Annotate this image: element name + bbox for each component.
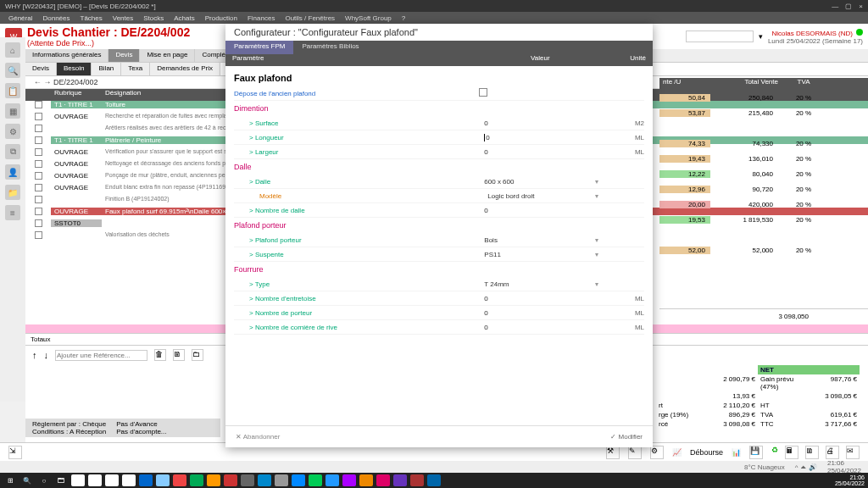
recycle-icon[interactable]: ♻ [771, 446, 778, 459]
subtab-4[interactable]: Demandes de Prix [150, 63, 220, 75]
row-checkbox[interactable] [35, 208, 42, 215]
menu-données[interactable]: Données [42, 14, 70, 22]
menu-outils / fenêtres[interactable]: Outils / Fenêtres [285, 14, 335, 22]
taskbar-item-18[interactable] [309, 474, 322, 486]
arrow-down-icon[interactable]: ↓ [44, 350, 49, 360]
param-row[interactable]: > TypeT 24mm [234, 277, 644, 291]
taskbar-item-21[interactable] [359, 474, 373, 486]
save-icon[interactable]: 💾 [749, 446, 763, 459]
subtab-3[interactable]: Texa [121, 63, 150, 75]
modal-tab-1[interactable]: Paramètres Biblios [293, 41, 367, 54]
taskbar-item-13[interactable] [224, 474, 237, 486]
modal-body[interactable]: Faux plafondDépose de l'ancien plafondDi… [225, 66, 653, 425]
arrow-up-icon[interactable]: ↑ [32, 350, 37, 360]
user-icon[interactable]: 👤 [5, 164, 20, 180]
doc-icon[interactable]: 🗎 [805, 446, 819, 459]
ok-button[interactable]: ✓ Modifier [610, 433, 643, 441]
tab-0[interactable]: Informations générales [25, 49, 108, 62]
subtab-0[interactable]: Devis [25, 63, 57, 75]
taskbar-clock[interactable]: 21:0625/04/2022 [835, 474, 865, 486]
row-checkbox[interactable] [35, 231, 42, 239]
menu-général[interactable]: Général [8, 14, 32, 22]
param-row[interactable]: > Nombre d'entretoise0ML [234, 291, 644, 306]
archive-icon[interactable]: 🗀 [192, 349, 203, 361]
delete-icon[interactable]: 🗑 [154, 349, 166, 361]
row-checkbox[interactable] [35, 113, 42, 120]
taskbar-item-20[interactable] [342, 474, 356, 486]
gear-icon[interactable]: ⚙ [5, 124, 20, 139]
menu-achats[interactable]: Achats [174, 14, 194, 22]
taskbar-item-6[interactable] [105, 474, 119, 486]
taskbar-item-16[interactable] [275, 474, 288, 486]
copy-icon[interactable]: ⧉ [5, 144, 20, 159]
list-icon[interactable]: ≡ [5, 205, 20, 220]
taskbar-item-5[interactable] [88, 474, 102, 486]
taskbar-item-17[interactable] [292, 474, 305, 486]
taskbar-item-15[interactable] [258, 474, 271, 486]
clipboard-icon[interactable]: 📋 [5, 83, 20, 98]
taskbar-item-0[interactable]: ⊞ [3, 474, 17, 486]
taskbar-item-1[interactable]: 🔍 [20, 474, 34, 486]
search-icon[interactable]: 🔍 [5, 63, 20, 78]
maximize-icon[interactable]: ▢ [845, 3, 852, 10]
taskbar-item-7[interactable] [122, 474, 136, 486]
row-checkbox[interactable] [35, 172, 42, 180]
taskbar-item-19[interactable] [326, 474, 339, 486]
tab-2[interactable]: Mise en page [140, 49, 195, 62]
header-search-input[interactable] [686, 30, 754, 42]
tab-1[interactable]: Devis [108, 49, 140, 62]
header-dropdown-icon[interactable]: ▾ [759, 32, 763, 41]
home-icon[interactable]: ⌂ [5, 42, 20, 58]
taskbar-item-9[interactable] [156, 474, 170, 486]
export-icon[interactable]: ⇲ [8, 446, 22, 459]
param-row[interactable]: > Longueur0ML [234, 130, 644, 145]
mail-icon[interactable]: ✉ [846, 446, 860, 459]
param-row[interactable]: > Nombre de cornière de rive0ML [234, 320, 644, 335]
minimize-icon[interactable]: — [832, 3, 838, 10]
taskbar-item-4[interactable] [71, 474, 85, 486]
taskbar-item-23[interactable] [393, 474, 407, 486]
folder-icon[interactable]: 📁 [5, 185, 20, 200]
calc-icon[interactable]: 🖩 [785, 446, 798, 459]
row-checkbox[interactable] [35, 196, 42, 203]
subtab-2[interactable]: Bilan [92, 63, 121, 75]
taskbar-item-25[interactable] [427, 474, 441, 486]
param-row[interactable]: ModèleLogic bord droit [234, 189, 644, 203]
row-checkbox[interactable] [35, 148, 42, 156]
param-row[interactable]: > Surface0M2 [234, 116, 644, 130]
grid-icon[interactable]: ▦ [5, 103, 20, 119]
depose-checkbox[interactable] [479, 88, 487, 97]
chart-icon[interactable]: 📈 [672, 448, 682, 457]
param-row[interactable]: > Nombre de dalle0 [234, 203, 644, 218]
param-row[interactable]: > SuspentePS11 [234, 247, 644, 262]
row-checkbox[interactable] [35, 219, 42, 227]
menu-?[interactable]: ? [402, 14, 405, 22]
row-checkbox[interactable] [35, 160, 42, 168]
debourse-button[interactable]: Débourse [690, 448, 723, 457]
print-icon[interactable]: 🖨 [826, 446, 839, 459]
chart2-icon[interactable]: 📊 [732, 448, 741, 457]
row-checkbox[interactable] [35, 101, 42, 108]
modal-tab-0[interactable]: Paramètres FPM [225, 41, 293, 54]
row-checkbox[interactable] [35, 125, 42, 132]
param-row[interactable]: > Dalle600 x 600 [234, 175, 644, 189]
taskbar-item-11[interactable] [190, 474, 203, 486]
reference-input[interactable] [55, 350, 147, 361]
windows-taskbar[interactable]: ⊞🔍○🗔21:0625/04/2022 [0, 473, 868, 488]
param-row[interactable]: > Plafond porteurBois [234, 233, 644, 247]
taskbar-item-22[interactable] [376, 474, 390, 486]
menu-stocks[interactable]: Stocks [143, 14, 164, 22]
taskbar-item-12[interactable] [207, 474, 220, 486]
menu-ventes[interactable]: Ventes [113, 14, 133, 22]
row-checkbox[interactable] [35, 136, 42, 144]
taskbar-item-24[interactable] [410, 474, 424, 486]
menu-whysoft group[interactable]: WhySoft Group [345, 14, 392, 22]
note-icon[interactable]: 🗎 [173, 349, 185, 361]
taskbar-item-14[interactable] [241, 474, 254, 486]
param-row[interactable]: > Nombre de porteur0ML [234, 306, 644, 320]
menu-production[interactable]: Production [205, 14, 237, 22]
taskbar-item-3[interactable]: 🗔 [54, 474, 68, 486]
taskbar-item-8[interactable] [139, 474, 153, 486]
param-row[interactable]: > Largeur0ML [234, 145, 644, 159]
cancel-button[interactable]: ✕ Abandonner [236, 433, 280, 441]
